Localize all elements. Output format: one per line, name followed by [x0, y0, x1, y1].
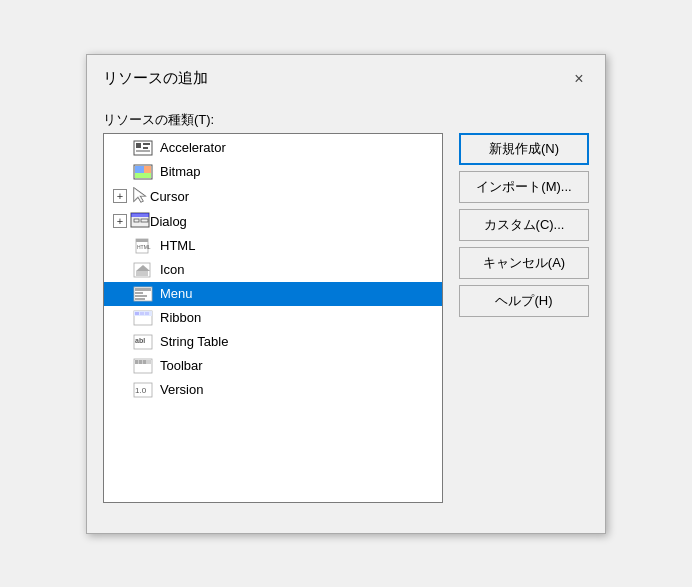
- cursor-expand-icon: +: [112, 188, 128, 204]
- accelerator-label: Accelerator: [160, 140, 226, 155]
- add-resource-dialog: リソースの追加 × リソースの種類(T):: [86, 54, 606, 534]
- svg-rect-29: [140, 312, 144, 315]
- list-item-accelerator[interactable]: Accelerator: [104, 136, 442, 160]
- version-icon: 1.0: [132, 381, 154, 399]
- menu-icon: [132, 285, 154, 303]
- title-bar: リソースの追加 ×: [87, 55, 605, 103]
- dialog-expand-icon: +: [112, 213, 128, 229]
- ribbon-label: Ribbon: [160, 310, 201, 325]
- svg-rect-7: [144, 166, 151, 173]
- svg-rect-6: [135, 166, 144, 173]
- string-table-icon: abl: [132, 333, 154, 351]
- toolbar-label: Toolbar: [160, 358, 203, 373]
- list-item-version[interactable]: 1.0 Version: [104, 378, 442, 402]
- cancel-button[interactable]: キャンセル(A): [459, 247, 589, 279]
- svg-rect-23: [135, 292, 143, 294]
- svg-rect-24: [135, 295, 147, 297]
- svg-rect-25: [135, 298, 145, 300]
- svg-rect-37: [143, 360, 146, 364]
- list-item-cursor[interactable]: + Cursor: [104, 184, 442, 209]
- accelerator-icon: [132, 139, 154, 157]
- ribbon-icon: [132, 309, 154, 327]
- dialog-icon: [130, 212, 150, 231]
- icon-label: Icon: [160, 262, 185, 277]
- svg-rect-12: [131, 213, 149, 217]
- list-item-icon[interactable]: Icon: [104, 258, 442, 282]
- svg-rect-3: [143, 147, 148, 149]
- svg-text:HTML: HTML: [137, 244, 151, 250]
- bitmap-label: Bitmap: [160, 164, 200, 179]
- custom-button[interactable]: カスタム(C)...: [459, 209, 589, 241]
- svg-rect-8: [135, 173, 151, 178]
- svg-rect-36: [139, 360, 142, 364]
- menu-label: Menu: [160, 286, 193, 301]
- svg-rect-4: [136, 150, 150, 152]
- list-item-dialog[interactable]: + Dialog: [104, 209, 442, 234]
- svg-rect-1: [136, 143, 141, 148]
- svg-rect-22: [135, 288, 151, 291]
- cursor-label: Cursor: [150, 189, 189, 204]
- html-label: HTML: [160, 238, 195, 253]
- svg-rect-35: [135, 360, 138, 364]
- string-table-label: String Table: [160, 334, 228, 349]
- svg-rect-28: [135, 312, 139, 315]
- svg-rect-30: [145, 312, 149, 315]
- list-item-string-table[interactable]: abl String Table: [104, 330, 442, 354]
- version-label: Version: [160, 382, 203, 397]
- dialog-content: リソースの種類(T): Accelerator: [87, 103, 605, 519]
- right-panel: 新規作成(N) インポート(M)... カスタム(C)... キャンセル(A) …: [459, 111, 589, 503]
- help-button[interactable]: ヘルプ(H): [459, 285, 589, 317]
- svg-rect-19: [136, 271, 148, 276]
- toolbar-icon: [132, 357, 154, 375]
- list-item-ribbon[interactable]: Ribbon: [104, 306, 442, 330]
- icon-icon: [132, 261, 154, 279]
- list-label: リソースの種類(T):: [103, 111, 443, 129]
- dialog-title: リソースの追加: [103, 69, 208, 88]
- html-icon: HTML: [132, 237, 154, 255]
- list-item-menu[interactable]: Menu: [104, 282, 442, 306]
- svg-rect-16: [136, 239, 148, 242]
- cursor-icon: [130, 187, 150, 206]
- close-button[interactable]: ×: [565, 65, 593, 93]
- new-button[interactable]: 新規作成(N): [459, 133, 589, 165]
- svg-text:1.0: 1.0: [135, 386, 147, 395]
- left-panel: リソースの種類(T): Accelerator: [103, 111, 443, 503]
- import-button[interactable]: インポート(M)...: [459, 171, 589, 203]
- svg-rect-2: [143, 143, 150, 145]
- list-item-html[interactable]: HTML HTML: [104, 234, 442, 258]
- dialog-label: Dialog: [150, 214, 187, 229]
- bitmap-icon: [132, 163, 154, 181]
- list-item-toolbar[interactable]: Toolbar: [104, 354, 442, 378]
- svg-text:abl: abl: [135, 337, 145, 344]
- list-item-bitmap[interactable]: Bitmap: [104, 160, 442, 184]
- resource-list[interactable]: Accelerator Bitmap: [103, 133, 443, 503]
